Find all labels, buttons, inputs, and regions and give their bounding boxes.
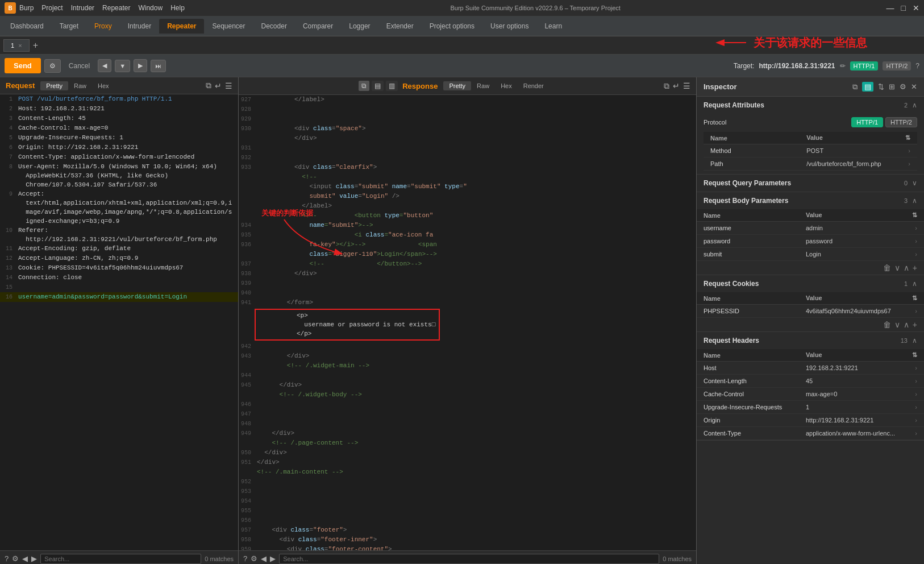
settings-button[interactable]: ⚙ bbox=[44, 59, 61, 73]
request-menu-icon[interactable]: ☰ bbox=[225, 81, 232, 90]
cookies-delete-icon[interactable]: 🗑 bbox=[883, 320, 891, 329]
request-search-bar: ? ⚙ ◀ ▶ 0 matches bbox=[0, 550, 238, 564]
headers-header[interactable]: Request Headers 13 ∧ bbox=[697, 332, 924, 349]
request-tab-pretty[interactable]: Pretty bbox=[40, 81, 68, 90]
cookies-up-icon[interactable]: ∧ bbox=[904, 320, 909, 329]
request-search-back-icon[interactable]: ◀ bbox=[22, 554, 28, 563]
response-split-icon[interactable]: ⧉ bbox=[359, 81, 369, 91]
response-menu-icon[interactable]: ☰ bbox=[683, 81, 690, 90]
cookies-add-icon[interactable]: + bbox=[913, 320, 917, 329]
req-line-15: 15 bbox=[0, 283, 238, 292]
body-params-down-icon[interactable]: ∨ bbox=[894, 263, 900, 272]
send-button[interactable]: Send bbox=[5, 58, 41, 73]
menu-burp[interactable]: Burp bbox=[19, 4, 34, 12]
http2-toggle[interactable]: HTTP/2 bbox=[885, 117, 917, 127]
close-btn[interactable]: ✕ bbox=[913, 3, 919, 13]
response-col-icon[interactable]: ▤ bbox=[372, 81, 384, 91]
menu-window[interactable]: Window bbox=[138, 4, 163, 12]
body-params-add-icon[interactable]: + bbox=[913, 263, 917, 272]
response-search-input[interactable] bbox=[279, 554, 659, 564]
resp-line-948: 948 bbox=[239, 419, 696, 429]
inspector-view1-icon[interactable]: ⧉ bbox=[852, 82, 858, 92]
tab-target[interactable]: Target bbox=[52, 19, 86, 34]
query-params-header[interactable]: Request Query Parameters 0 ∨ bbox=[697, 175, 924, 192]
cookies-header[interactable]: Request Cookies 1 ∧ bbox=[697, 275, 924, 292]
header-content-type-value: application/x-www-form-urlenc... › bbox=[799, 427, 924, 440]
inspector-settings-icon[interactable]: ⚙ bbox=[900, 82, 906, 91]
repeater-tab-1[interactable]: 1 × bbox=[3, 39, 30, 52]
tab-user-options[interactable]: User options bbox=[482, 19, 536, 34]
response-tab-raw[interactable]: Raw bbox=[471, 81, 495, 90]
response-copy-icon[interactable]: ⧉ bbox=[664, 81, 669, 91]
cancel-button[interactable]: Cancel bbox=[64, 60, 94, 72]
inspector-sort-icon[interactable]: ⇅ bbox=[878, 82, 884, 91]
resp-line-933d: submit" value="Login" /> bbox=[239, 192, 696, 201]
inspector-split-icon[interactable]: ⊞ bbox=[889, 82, 895, 91]
inspector-close-icon[interactable]: ✕ bbox=[911, 82, 917, 91]
response-help-icon[interactable]: ? bbox=[243, 554, 247, 563]
resp-line-941b: <p> username or password is not exists□ … bbox=[239, 308, 696, 342]
request-help-icon[interactable]: ? bbox=[5, 554, 9, 563]
response-tab-render[interactable]: Render bbox=[518, 81, 550, 90]
tab-proxy[interactable]: Proxy bbox=[86, 19, 120, 34]
http2-button[interactable]: HTTP/2 bbox=[883, 61, 911, 70]
help-icon[interactable]: ? bbox=[915, 62, 919, 70]
response-row-icon[interactable]: ▥ bbox=[386, 81, 398, 91]
request-copy-icon[interactable]: ⧉ bbox=[206, 81, 211, 90]
tab-repeater[interactable]: Repeater bbox=[159, 19, 204, 34]
tab-logger[interactable]: Logger bbox=[341, 19, 378, 34]
http1-toggle[interactable]: HTTP/1 bbox=[851, 117, 883, 127]
tab-comparer[interactable]: Comparer bbox=[295, 19, 341, 34]
resp-line-949b: <!-- /.page-content --> bbox=[239, 438, 696, 448]
http1-button[interactable]: HTTP/1 bbox=[850, 61, 879, 70]
req-attr-path-value: /vul/burteforce/bf_form.php › bbox=[800, 157, 917, 171]
menu-project[interactable]: Project bbox=[41, 4, 63, 12]
inspector-view2-icon[interactable]: ▤ bbox=[862, 82, 873, 92]
menu-intruder[interactable]: Intruder bbox=[71, 4, 94, 12]
tab-project-options[interactable]: Project options bbox=[422, 19, 482, 34]
request-wrap-icon[interactable]: ↵ bbox=[215, 81, 222, 90]
response-search-back-icon[interactable]: ◀ bbox=[261, 554, 267, 563]
tab-dashboard[interactable]: Dashboard bbox=[2, 19, 52, 34]
tab-decoder[interactable]: Decoder bbox=[253, 19, 295, 34]
body-params-count: 3 bbox=[904, 197, 908, 204]
edit-target-icon[interactable]: ✏ bbox=[840, 62, 846, 70]
cookies-down-icon[interactable]: ∨ bbox=[894, 320, 900, 329]
maximize-btn[interactable]: □ bbox=[901, 3, 906, 13]
body-params-up-icon[interactable]: ∧ bbox=[904, 263, 909, 272]
request-tab-raw[interactable]: Raw bbox=[68, 81, 92, 90]
response-search-bar: ? ⚙ ◀ ▶ 0 matches bbox=[239, 550, 696, 564]
chinese-note: 关于该请求的一些信息 bbox=[715, 34, 867, 51]
close-tab-1[interactable]: × bbox=[18, 42, 22, 49]
nav-back-button[interactable]: ◀ bbox=[98, 59, 111, 72]
request-attributes-header[interactable]: Request Attributes 2 ∧ bbox=[697, 97, 924, 114]
add-repeater-tab[interactable]: + bbox=[30, 40, 41, 51]
request-search-input[interactable] bbox=[40, 554, 201, 564]
request-panel: Request Pretty Raw Hex ⧉ ↵ ☰ 1 POST /vul… bbox=[0, 77, 239, 564]
req-attr-name-header: Name bbox=[704, 132, 800, 144]
nav-down-button[interactable]: ▼ bbox=[115, 60, 130, 72]
body-params-header[interactable]: Request Body Parameters 3 ∧ bbox=[697, 192, 924, 209]
minimize-btn[interactable]: — bbox=[886, 3, 894, 13]
request-search-settings-icon[interactable]: ⚙ bbox=[12, 554, 19, 563]
tab-extender[interactable]: Extender bbox=[378, 19, 422, 34]
response-wrap-icon[interactable]: ↵ bbox=[673, 81, 680, 90]
response-tab-pretty[interactable]: Pretty bbox=[443, 81, 471, 90]
response-tab-hex[interactable]: Hex bbox=[495, 81, 518, 90]
request-tab-hex[interactable]: Hex bbox=[92, 81, 115, 90]
repeater-tab-bar: 1 × + 关于该请求的一些信息 bbox=[0, 36, 924, 55]
tab-sequencer[interactable]: Sequencer bbox=[204, 19, 253, 34]
inspector-header: Inspector ⧉ ▤ ⇅ ⊞ ⚙ ✕ bbox=[697, 77, 924, 97]
response-search-settings-icon[interactable]: ⚙ bbox=[251, 554, 257, 563]
body-params-delete-icon[interactable]: 🗑 bbox=[883, 263, 891, 272]
request-search-fwd-icon[interactable]: ▶ bbox=[31, 554, 37, 563]
response-search-fwd-icon[interactable]: ▶ bbox=[270, 554, 276, 563]
tab-learn[interactable]: Learn bbox=[536, 19, 570, 34]
tab-intruder[interactable]: Intruder bbox=[120, 19, 159, 34]
menu-repeater[interactable]: Repeater bbox=[102, 4, 130, 12]
menu-help[interactable]: Help bbox=[170, 4, 185, 12]
request-matches: 0 matches bbox=[205, 555, 234, 562]
nav-end-button[interactable]: ⏭ bbox=[151, 60, 166, 72]
titlebar-controls[interactable]: — □ ✕ bbox=[886, 3, 919, 13]
nav-forward-button[interactable]: ▶ bbox=[134, 59, 147, 72]
